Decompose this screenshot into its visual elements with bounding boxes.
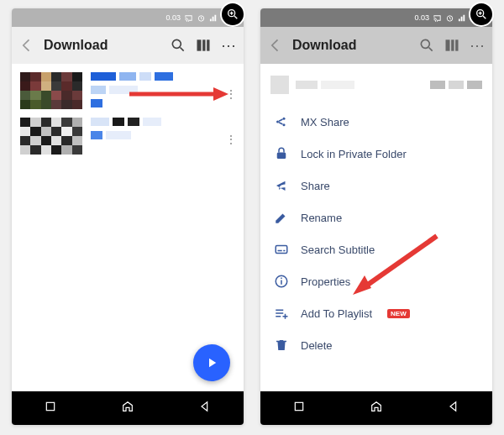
- share-icon: [274, 178, 289, 193]
- play-fab[interactable]: [193, 344, 230, 381]
- status-bar: 0.03: [260, 8, 492, 27]
- signal-icon: [458, 13, 467, 23]
- android-nav-bar: [12, 391, 244, 425]
- app-bar-dimmed: Download ⋯: [260, 27, 492, 64]
- menu-share[interactable]: Share: [260, 170, 492, 202]
- list-item[interactable]: ⋮: [12, 64, 244, 109]
- svg-rect-25: [295, 402, 302, 410]
- context-sheet: MX Share Lock in Private Folder Share Re…: [260, 64, 492, 391]
- nav-back-button[interactable]: [447, 400, 460, 417]
- svg-rect-19: [283, 250, 285, 252]
- page-title: Download: [44, 38, 161, 53]
- svg-rect-22: [281, 278, 282, 280]
- menu-lock-private[interactable]: Lock in Private Folder: [260, 138, 492, 170]
- menu-label: Search Subtitle: [301, 244, 375, 256]
- search-icon[interactable]: [170, 37, 186, 54]
- menu-label: Rename: [301, 212, 342, 224]
- signal-icon: [209, 13, 218, 23]
- back-icon[interactable]: [18, 37, 35, 54]
- view-toggle-icon: [444, 37, 460, 54]
- menu-rename[interactable]: Rename: [260, 202, 492, 233]
- search-icon: [418, 37, 435, 54]
- video-thumbnail: [20, 118, 82, 155]
- nav-recent-button[interactable]: [44, 400, 57, 417]
- selected-video-thumb: [270, 76, 289, 94]
- zoom-icon[interactable]: [469, 2, 494, 27]
- menu-properties[interactable]: Properties: [260, 265, 492, 297]
- more-icon[interactable]: ⋯: [220, 37, 237, 54]
- svg-rect-3: [202, 39, 205, 50]
- svg-rect-10: [446, 39, 450, 50]
- svg-point-1: [172, 39, 181, 48]
- delete-icon: [274, 338, 289, 353]
- svg-point-9: [421, 39, 429, 48]
- back-icon: [267, 37, 284, 54]
- nav-recent-button[interactable]: [292, 400, 306, 417]
- svg-rect-17: [276, 246, 287, 254]
- page-title: Download: [292, 38, 410, 53]
- subtitle-icon: [274, 242, 289, 257]
- alarm-icon: [445, 13, 454, 23]
- status-time: 0.03: [414, 13, 429, 22]
- status-time: 0.03: [165, 13, 181, 22]
- play-icon: [204, 355, 219, 370]
- video-meta: [91, 72, 235, 107]
- view-toggle-icon[interactable]: [195, 37, 212, 54]
- context-menu: MX Share Lock in Private Folder Share Re…: [260, 102, 492, 364]
- lock-icon: [274, 146, 289, 161]
- menu-label: Share: [301, 180, 330, 192]
- svg-point-13: [276, 121, 279, 123]
- svg-point-14: [283, 118, 286, 120]
- video-thumbnail: [20, 72, 82, 109]
- video-meta: [91, 118, 235, 139]
- more-icon: ⋯: [469, 37, 486, 54]
- svg-rect-4: [207, 39, 209, 50]
- cast-icon: [184, 13, 193, 23]
- svg-rect-12: [455, 39, 458, 50]
- nav-back-button[interactable]: [198, 400, 212, 417]
- new-badge: NEW: [387, 309, 410, 318]
- svg-rect-16: [277, 153, 286, 160]
- zoom-icon[interactable]: [220, 2, 245, 27]
- cast-icon: [433, 13, 442, 23]
- svg-rect-11: [451, 39, 454, 50]
- rename-icon: [274, 210, 289, 225]
- info-icon: [274, 274, 289, 289]
- svg-rect-7: [46, 402, 54, 410]
- android-nav-bar: [260, 391, 492, 425]
- phone-right-context-menu: 0.03 Download ⋯: [260, 8, 492, 425]
- menu-label: Add To Playlist: [301, 307, 372, 320]
- alarm-icon: [197, 13, 206, 23]
- menu-label: MX Share: [301, 116, 349, 128]
- menu-label: Lock in Private Folder: [301, 148, 407, 160]
- mx-share-icon: [274, 114, 289, 129]
- video-list: ⋮ ⋮: [12, 64, 244, 391]
- menu-label: Properties: [301, 275, 350, 288]
- nav-home-button[interactable]: [370, 400, 383, 417]
- phone-left-download-list: 0.03 Download ⋯: [12, 8, 244, 425]
- svg-rect-2: [197, 39, 202, 50]
- menu-delete[interactable]: Delete: [260, 329, 492, 361]
- menu-add-playlist[interactable]: Add To Playlist NEW: [260, 297, 492, 329]
- item-more-icon[interactable]: ⋮: [225, 133, 237, 146]
- list-item[interactable]: ⋮: [12, 109, 244, 155]
- status-bar: 0.03: [12, 8, 244, 27]
- playlist-icon: [274, 306, 289, 321]
- sheet-header: [260, 64, 492, 102]
- menu-mx-share[interactable]: MX Share: [260, 106, 492, 138]
- nav-home-button[interactable]: [121, 400, 134, 417]
- app-bar: Download ⋯: [12, 27, 244, 64]
- svg-rect-18: [278, 250, 282, 252]
- item-more-icon[interactable]: ⋮: [225, 87, 237, 101]
- menu-label: Delete: [301, 339, 333, 352]
- menu-search-subtitle[interactable]: Search Subtitle: [260, 233, 492, 265]
- svg-point-15: [283, 123, 286, 126]
- svg-rect-21: [281, 280, 282, 285]
